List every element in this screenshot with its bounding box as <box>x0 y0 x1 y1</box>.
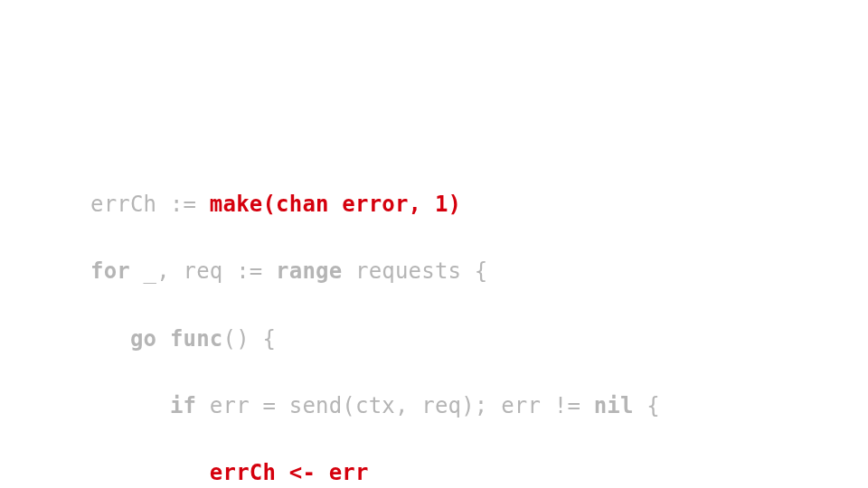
code-text: errCh := <box>90 192 210 217</box>
code-keyword: for <box>90 258 130 284</box>
code-line-5: errCh <- err <box>90 456 868 488</box>
code-keyword: range <box>276 258 342 284</box>
code-highlight: make(chan error, 1) <box>210 192 461 217</box>
code-highlight: errCh <- err <box>90 460 369 485</box>
code-keyword: nil <box>594 393 634 418</box>
code-text: { <box>634 393 660 418</box>
code-line-2: for _, req := range requests { <box>90 255 868 288</box>
code-text: requests { <box>342 258 487 284</box>
code-line-3: go func() { <box>90 323 868 356</box>
code-keyword: go func <box>90 326 223 352</box>
code-text: _, req := <box>130 258 276 284</box>
code-text: () { <box>223 326 277 352</box>
code-block: errCh := make(chan error, 1) for _, req … <box>90 155 868 488</box>
code-line-4: if err = send(ctx, req); err != nil { <box>90 389 868 423</box>
code-line-1: errCh := make(chan error, 1) <box>90 188 868 221</box>
code-text: err = send(ctx, req); err != <box>196 393 593 418</box>
code-keyword: if <box>90 393 196 418</box>
